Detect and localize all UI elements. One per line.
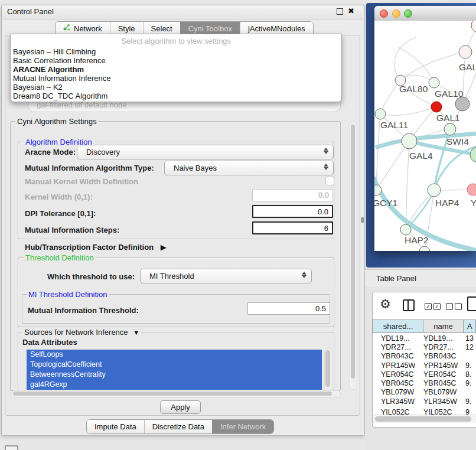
window-title: Control Panel [7,7,54,16]
network-node[interactable] [419,246,430,251]
settings-horizontal-scrollbar[interactable] [11,390,341,398]
node-label-gal4: GAL4 [409,151,433,161]
mi-algorithm-type-combo[interactable]: Naive Bayes [164,161,334,175]
hub-definition-expander[interactable]: Hub/Transcription Factor Definition ▶ [25,243,167,252]
table-panel-title: Table Panel [376,274,416,283]
node-label-hap2: HAP2 [405,235,429,246]
network-graph [374,21,476,251]
mi-threshold-field[interactable] [247,302,330,315]
minimize-traffic-light-icon[interactable] [392,9,400,18]
attribute-list-scrollbar[interactable] [324,348,332,391]
dpi-tolerance-field[interactable] [252,205,333,218]
which-threshold-value: MI Threshold [149,272,194,281]
float-window-icon[interactable] [337,8,343,15]
dpi-tolerance-label: DPI Tolerance [0,1]: [25,209,96,218]
popup-item-basic-correlation[interactable]: Basic Correlation Inference [13,56,106,65]
mi-threshold-label: Mutual Information Threshold: [28,306,139,315]
mi-algorithm-type-label: Mutual Information Algorithm Type: [25,164,154,172]
aracne-mode-combo[interactable]: Discovery [77,145,334,159]
mi-steps-label: Mutual Information Steps: [25,226,119,234]
close-icon[interactable]: ✖ [348,6,354,16]
column-header-shared-name[interactable]: shared... [373,319,423,333]
attribute-item-topologicalcoefficient[interactable]: TopologicalCoefficient [27,360,322,370]
network-node[interactable] [471,21,476,32]
network-node-pink[interactable] [467,184,476,195]
popup-item-dream8[interactable]: Dream8 DC_TDC Algorithm [13,92,107,100]
aracne-mode-label: Aracne Mode: [25,148,76,156]
tab-discretize-data-label: Discretize Data [152,420,204,433]
network-node-hap2[interactable] [400,224,411,235]
network-node[interactable] [429,77,439,88]
expander-down-arrow-icon: ▼ [133,329,139,336]
close-traffic-light-icon[interactable] [380,9,388,18]
combo-arrows-icon [324,164,328,170]
show-columns-icon[interactable] [403,299,415,311]
node-label-gcy1: GCY1 [374,198,397,208]
node-label-y-cut: Y [471,198,476,208]
tab-infer-network-label: Infer Network [220,420,266,433]
mi-steps-field[interactable] [252,221,333,234]
popup-item-mutual-information[interactable]: Mutual Information Inference [13,74,110,83]
combo-arrows-icon [324,148,328,154]
attribute-item-gal4rgexp[interactable]: gal4RGexp [27,380,322,390]
application-root: Control Panel ✖ Network Style Select Cyn… [0,0,476,450]
manual-kernel-width-label: Manual Kernel Width Definition [25,177,138,186]
splitter-handle[interactable] [361,217,364,223]
hub-definition-label: Hub/Transcription Factor Definition [25,243,154,252]
which-threshold-combo[interactable]: MI Threshold [140,269,312,283]
cyni-algorithm-settings-title: Cyni Algorithm Settings [15,117,98,126]
manual-kernel-width-checkbox[interactable] [325,177,334,185]
network-node-swi4[interactable] [444,123,456,135]
table-horizontal-scrollbar[interactable] [373,415,476,423]
unselect-all-columns-icon[interactable] [446,303,462,310]
mi-algorithm-type-value: Naive Bayes [174,164,217,172]
select-all-columns-icon[interactable]: ✓ ✓ [425,303,441,310]
network-node-hap4[interactable] [428,184,441,197]
node-label-gal10: GAL10 [435,89,463,99]
table-body: YDL19...YDL19...13 YDR27...YDR27...12 YB… [373,334,476,416]
control-panel-titlebar[interactable] [2,5,363,19]
aracne-mode-value: Discovery [86,148,120,156]
gear-icon[interactable]: ⚙ [380,297,391,311]
kernel-width-label: Kernel Width (0,1): [25,193,93,201]
network-node-gal4[interactable] [402,133,417,149]
popup-item-bayesian-hill-climbing[interactable]: Bayesian – Hill Climbing [13,47,96,56]
minimized-panel-icon[interactable] [5,445,18,450]
mi-threshold-definition-title: MI Threshold Definition [27,290,109,299]
algorithm-dropdown-popup: Select algorithm to view settings Bayesi… [10,34,342,102]
column-header-name[interactable]: name [423,319,464,333]
tab-impute-data[interactable]: Impute Data [87,420,144,433]
network-canvas[interactable]: GAL GAL80 GAL10 GAL1 GAL11 SWI4 GAL4 GCY… [374,21,476,251]
tab-discretize-data[interactable]: Discretize Data [144,420,212,433]
column-header-cut[interactable]: A [463,319,476,333]
algorithm-definition-title: Algorithm Definition [24,138,94,146]
apply-button[interactable]: Apply [160,400,201,414]
popup-item-aracne[interactable]: ARACNE Algorithm [13,65,84,74]
data-attributes-label: Data Attributes [22,338,77,347]
bottom-tabbar: Impute Data Discretize Data Infer Networ… [86,419,274,434]
network-node[interactable] [459,45,472,58]
network-node-gal1-selected-red[interactable] [431,102,442,112]
settings-vertical-scrollbar[interactable] [350,122,357,390]
which-threshold-label: Which threshold to use: [47,272,135,281]
network-node-gal11[interactable] [375,109,386,119]
threshold-definition-title: Threshold Definition [24,253,96,262]
network-window-titlebar[interactable] [374,6,476,21]
node-label-gal11: GAL11 [380,120,408,131]
node-label-hap4: HAP4 [435,198,459,208]
sources-title-label: Sources for Network Inference [24,328,128,337]
new-table-icon[interactable] [467,296,476,311]
popup-item-bayesian-k2[interactable]: Bayesian – K2 [13,83,63,92]
expander-right-arrow-icon: ▶ [161,243,167,252]
tab-infer-network[interactable]: Infer Network [212,420,273,433]
node-label-gal-cut: GAL [459,62,476,73]
attribute-item-selfloops[interactable]: SelfLoops [27,350,322,360]
combo-arrows-icon [302,272,307,278]
zoom-traffic-light-icon[interactable] [404,9,412,18]
attribute-item-betweennesscentrality[interactable]: BetweennessCentrality [27,370,322,380]
sources-group-title[interactable]: Sources for Network Inference ▼ [22,328,141,337]
popup-hint: Select algorithm to view settings [11,37,341,45]
kernel-width-field [252,189,333,201]
node-label-gal1: GAL1 [436,113,460,123]
network-node[interactable] [470,147,476,162]
